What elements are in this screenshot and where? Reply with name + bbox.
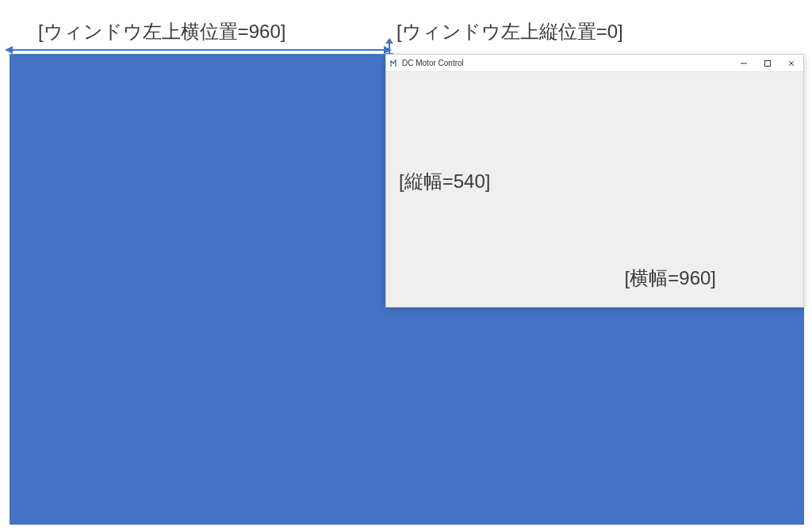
app-window: DC Motor Control [縦幅=540] [横幅=960] bbox=[385, 54, 804, 308]
annotation-width: [横幅=960] bbox=[625, 266, 716, 291]
close-button[interactable] bbox=[779, 55, 803, 71]
annotation-height: [縦幅=540] bbox=[399, 169, 490, 194]
arrow-vertical-icon bbox=[389, 43, 390, 54]
desktop-background: DC Motor Control [縦幅=540] [横幅=960] bbox=[10, 54, 804, 525]
window-controls bbox=[732, 55, 803, 71]
window-title: DC Motor Control bbox=[402, 59, 464, 67]
titlebar: DC Motor Control bbox=[386, 55, 803, 72]
app-icon bbox=[389, 59, 399, 68]
annotation-window-x: [ウィンドウ左上横位置=960] bbox=[38, 19, 285, 44]
svg-rect-1 bbox=[765, 60, 771, 66]
arrow-horizontal-icon bbox=[11, 49, 385, 51]
annotation-window-y: [ウィンドウ左上縦位置=0] bbox=[396, 19, 623, 44]
maximize-button[interactable] bbox=[756, 55, 779, 71]
minimize-button[interactable] bbox=[732, 55, 756, 71]
